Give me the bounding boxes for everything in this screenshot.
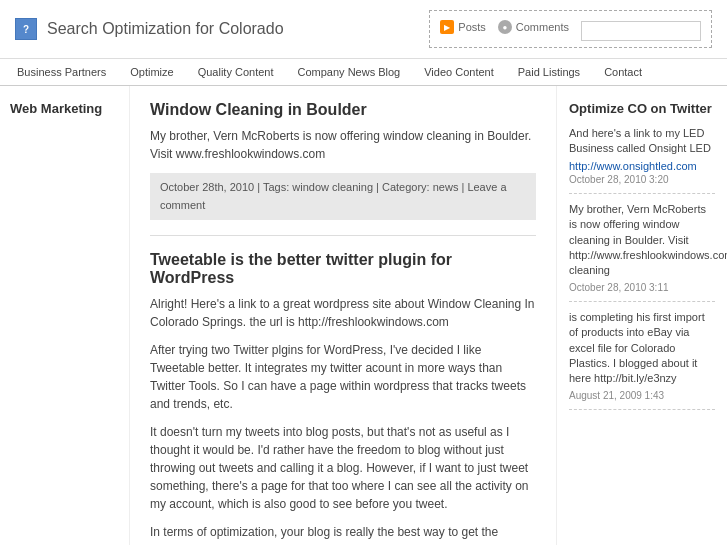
nav-item-quality-content[interactable]: Quality Content xyxy=(186,59,286,85)
post-1-title: Window Cleaning in Boulder xyxy=(150,101,536,119)
header-right: ▶ Posts ● Comments xyxy=(429,10,712,48)
post-separator xyxy=(150,235,536,236)
main-nav: Business Partners Optimize Quality Conte… xyxy=(0,59,727,86)
tweet-2-text: My brother, Vern McRoberts is now offeri… xyxy=(569,202,715,279)
nav-item-business-partners[interactable]: Business Partners xyxy=(5,59,118,85)
twitter-section-title: Optimize CO on Twitter xyxy=(569,101,715,116)
tweet-3-text: is completing his first import of produc… xyxy=(569,310,715,387)
tweet-1-text: And here's a link to my LED Business cal… xyxy=(569,126,715,157)
nav-item-company-news-blog[interactable]: Company News Blog xyxy=(286,59,413,85)
tweet-1-date: October 28, 2010 3:20 xyxy=(569,174,715,185)
comments-feed-icon: ● xyxy=(498,20,512,34)
sidebar-right: Optimize CO on Twitter And here's a link… xyxy=(557,86,727,545)
nav-item-video-content[interactable]: Video Content xyxy=(412,59,506,85)
tweet-3-date: August 21, 2009 1:43 xyxy=(569,390,715,401)
header: ? Search Optimization for Colorado ▶ Pos… xyxy=(0,0,727,59)
post-2-para1: Alright! Here's a link to a great wordpr… xyxy=(150,295,536,331)
posts-feed-icon: ▶ xyxy=(440,20,454,34)
post-2-para4: In terms of optimization, your blog is r… xyxy=(150,523,536,545)
comments-feed[interactable]: ● Comments xyxy=(498,20,569,34)
sidebar-left: Web Marketing xyxy=(0,86,130,545)
tweet-1: And here's a link to my LED Business cal… xyxy=(569,126,715,194)
site-icon: ? xyxy=(15,18,37,40)
main-content: Window Cleaning in Boulder My brother, V… xyxy=(130,86,557,545)
post-2-title: Tweetable is the better twitter plugin f… xyxy=(150,251,536,287)
nav-item-paid-listings[interactable]: Paid Listings xyxy=(506,59,592,85)
post-2-para2: After trying two Twitter plgins for Word… xyxy=(150,341,536,413)
posts-feed[interactable]: ▶ Posts xyxy=(440,20,486,34)
tweet-2-date: October 28, 2010 3:11 xyxy=(569,282,715,293)
post-1: Window Cleaning in Boulder My brother, V… xyxy=(150,101,536,220)
header-left: ? Search Optimization for Colorado xyxy=(15,18,284,40)
post-2: Tweetable is the better twitter plugin f… xyxy=(150,251,536,545)
sidebar-left-title: Web Marketing xyxy=(10,101,119,116)
post-2-para3: It doesn't turn my tweets into blog post… xyxy=(150,423,536,513)
tweet-1-link[interactable]: http://www.onsightled.com xyxy=(569,160,715,172)
nav-item-contact[interactable]: Contact xyxy=(592,59,654,85)
tweet-3: is completing his first import of produc… xyxy=(569,310,715,410)
tweet-2: My brother, Vern McRoberts is now offeri… xyxy=(569,202,715,302)
search-input[interactable] xyxy=(581,21,701,41)
site-title: Search Optimization for Colorado xyxy=(47,20,284,38)
post-1-body: My brother, Vern McRoberts is now offeri… xyxy=(150,127,536,163)
nav-item-optimize[interactable]: Optimize xyxy=(118,59,185,85)
main-layout: Web Marketing Window Cleaning in Boulder… xyxy=(0,86,727,545)
post-1-meta: October 28th, 2010 | Tags: window cleani… xyxy=(150,173,536,220)
